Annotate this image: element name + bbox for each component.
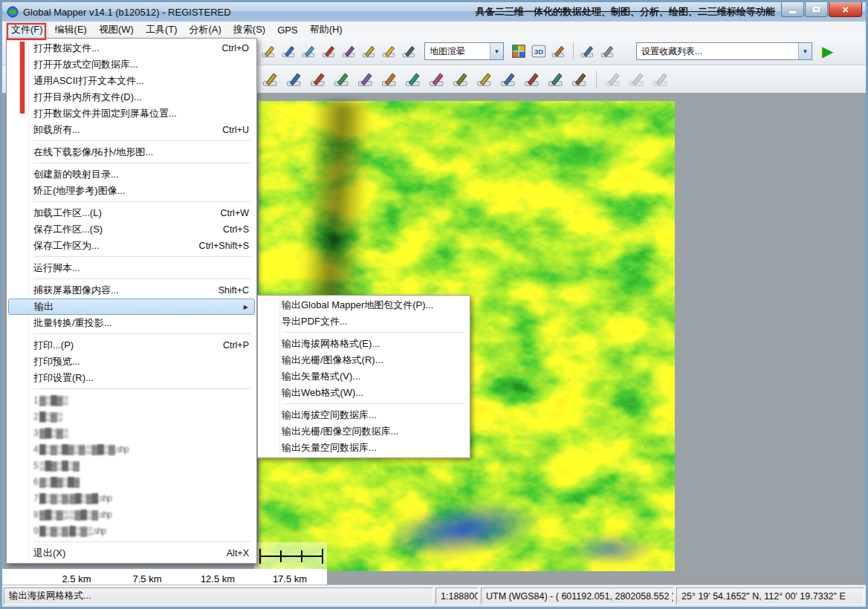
menubar-item-3[interactable]: 视图(W)	[93, 22, 140, 38]
menubar-item-5[interactable]: 分析(A)	[184, 22, 227, 38]
file-menu-item-31[interactable]: 5 ▒█▓▒█▒▓	[8, 457, 255, 474]
file-menu-item-23[interactable]: 打印...(P)Ctrl+P	[8, 337, 255, 354]
apply-favorites-play-button[interactable]: ▶	[822, 44, 833, 59]
menu-item-label: 6 ▓▒█▓▒█▓	[33, 477, 79, 487]
edit-tool-icon-12[interactable]	[521, 68, 543, 91]
close-button[interactable]: ×	[829, 2, 862, 17]
favorites-list-combobox[interactable]: 设置收藏列表...▼	[636, 42, 812, 60]
edit-tool-icon-13[interactable]	[545, 68, 567, 91]
feature-info-icon[interactable]	[279, 42, 299, 61]
menu-item-label: 打印预览...	[33, 355, 80, 368]
crosshair-tool-icon[interactable]	[320, 42, 339, 61]
file-menu-item-32[interactable]: 6 ▓▒█▓▒█▓	[8, 474, 255, 490]
edit-tool-icon-4[interactable]	[331, 68, 353, 91]
chevron-down-icon[interactable]: ▼	[798, 43, 812, 59]
file-menu-item-19[interactable]: 捕获屏幕图像内容...Shift+C	[8, 282, 255, 299]
file-menu-item-4[interactable]: 打开目录内所有文件(D)...	[8, 89, 255, 105]
status-hint: 输出海拔网格格式...	[4, 587, 433, 605]
file-menu-item-5[interactable]: 打开数据文件并固定到屏幕位置...	[8, 105, 255, 122]
path-profile-icon[interactable]	[578, 42, 597, 61]
pan-tool-icon[interactable]	[340, 42, 359, 61]
file-menu-item-6[interactable]: 卸载所有...Ctrl+U	[8, 122, 255, 138]
edit-tool-icon-14[interactable]	[569, 68, 591, 91]
export-submenu-item-1[interactable]: 输出Global Mapper地图包文件(P)...	[259, 297, 468, 313]
export-submenu-item-11[interactable]: 输出矢量空间数据库...	[259, 440, 468, 456]
export-submenu-item-2[interactable]: 导出PDF文件...	[259, 313, 468, 330]
status-lat-lon: 25° 19' 54.1652" N, 112° 00' 19.7332" E	[676, 587, 864, 605]
minimize-icon	[789, 11, 796, 13]
color-fill-icon[interactable]	[380, 42, 399, 61]
export-submenu-item-5[interactable]: 输出光栅/图像格式(R)...	[259, 352, 468, 368]
file-menu-item-1[interactable]: 打开数据文件...Ctrl+O	[8, 40, 255, 56]
export-submenu-item-10[interactable]: 输出光栅/图像空间数据库...	[259, 423, 468, 440]
menu-item-label: 打印设置(R)...	[33, 371, 94, 385]
menubar-item-1[interactable]: 文件(F)	[5, 22, 49, 38]
mesh-icon[interactable]	[549, 42, 569, 61]
file-menu-item-3[interactable]: 通用ASCII打开文本文件...	[8, 73, 255, 89]
edit-tool-icon-8[interactable]	[426, 68, 448, 91]
file-menu-item-28[interactable]: 2 █▒▓▒	[8, 408, 255, 425]
edit-tool-icon-7[interactable]	[402, 68, 424, 91]
zoom-tool-icon[interactable]	[299, 42, 319, 61]
file-menu-item-24[interactable]: 打印预览...	[8, 354, 255, 370]
chevron-down-icon[interactable]: ▼	[490, 43, 503, 59]
menu-item-label: 保存工作区...(S)	[33, 223, 103, 236]
digitizer-tool-icon[interactable]	[360, 42, 379, 61]
file-menu-item-33[interactable]: 7 █▒▓▒▓,▓█▒▓█.shp	[8, 490, 255, 507]
edit-tool-icon-10[interactable]	[473, 68, 496, 91]
export-submenu-trigger[interactable]: 输出▶	[8, 299, 255, 315]
map-render-combobox[interactable]: 地图渲晕▼	[424, 42, 504, 60]
menu-separator	[33, 388, 250, 389]
export-elevation-grid-format-item[interactable]: 输出海拔网格格式(E)...	[259, 336, 468, 352]
menu-item-label: 7 █▒▓▒▓,▓█▒▓█.shp	[33, 493, 111, 504]
menubar-item-7[interactable]: GPS	[271, 22, 303, 38]
file-menu-item-2[interactable]: 打开开放式空间数据库...	[8, 56, 255, 73]
edit-tool-icon-1[interactable]	[259, 68, 282, 91]
scale-bar-labels: 2.5 km7.5 km12.5 km17.5 km	[2, 569, 327, 584]
watermark-text: 具备二三维一体化的数据处理、制图、分析、绘图、二三维标绘等功能	[476, 5, 775, 19]
export-submenu-item-9[interactable]: 输出海拔空间数据库...	[259, 407, 468, 423]
measure-tool-icon[interactable]	[259, 42, 279, 61]
menu-item-shortcut: Ctrl+U	[209, 125, 249, 135]
edit-tool-icon-6[interactable]	[378, 68, 401, 91]
menu-separator	[33, 541, 250, 542]
edit-tool-icon-16[interactable]	[626, 68, 648, 91]
edit-tool-icon-11[interactable]	[497, 68, 519, 91]
file-menu-item-14[interactable]: 保存工作区...(S)Ctrl+S	[8, 221, 255, 238]
file-menu-item-10[interactable]: 创建新的映射目录...	[8, 166, 255, 183]
export-submenu-item-7[interactable]: 输出Web格式(W)...	[259, 385, 468, 401]
file-menu-item-34[interactable]: 8 ▓█▒▓▒.▒▓█▒▓.shp	[8, 507, 255, 523]
menu-separator	[285, 332, 464, 333]
menu-item-shortcut: Ctrl+S	[210, 224, 249, 235]
edit-tool-icon-5[interactable]	[354, 68, 377, 91]
edit-tool-icon-17[interactable]	[650, 68, 672, 91]
menubar-item-8[interactable]: 帮助(H)	[304, 22, 349, 38]
menubar-item-2[interactable]: 编辑(E)	[49, 22, 93, 38]
shader-options-icon[interactable]	[509, 42, 528, 61]
file-menu-item-17[interactable]: 运行脚本...	[8, 260, 255, 276]
edit-tool-icon-9[interactable]	[450, 68, 472, 91]
file-menu-item-13[interactable]: 加载工作区...(L)Ctrl+W	[8, 205, 255, 221]
maximize-button[interactable]	[805, 2, 828, 17]
file-menu-item-25[interactable]: 打印设置(R)...	[8, 370, 255, 386]
fly-through-icon[interactable]	[598, 42, 618, 61]
edit-tool-icon-3[interactable]	[307, 68, 329, 91]
edit-tool-icon-15[interactable]	[602, 68, 624, 91]
svg-text:3D: 3D	[534, 48, 543, 56]
file-menu-item-8[interactable]: 在线下载影像/拓扑/地形图...	[8, 144, 255, 160]
export-submenu-item-6[interactable]: 输出矢量格式(V)...	[259, 368, 468, 385]
file-menu-item-29[interactable]: 3 ▓█▒▓▒	[8, 425, 255, 441]
3d-view-icon[interactable]: 3D	[529, 42, 548, 61]
file-menu-item-35[interactable]: 9 █▒▓▒▓.█▒▓▒.shp	[8, 523, 255, 539]
file-menu-item-30[interactable]: 4 █▒▓▒█▓▒▓.▒▓█▒▓.shp	[8, 441, 255, 457]
menubar-item-6[interactable]: 搜索(S)	[227, 22, 271, 38]
file-menu-item-27[interactable]: 1 ▓▒█▓▒	[8, 392, 255, 408]
file-menu-item-21[interactable]: 批量转换/重投影...	[8, 315, 255, 331]
minimize-button[interactable]	[781, 2, 804, 17]
file-menu-item-37[interactable]: 退出(X)Alt+X	[8, 545, 255, 561]
menubar-item-4[interactable]: 工具(T)	[140, 22, 184, 38]
undo-icon[interactable]	[400, 42, 419, 61]
file-menu-item-15[interactable]: 保存工作区为...Ctrl+Shift+S	[8, 238, 255, 254]
file-menu-item-11[interactable]: 矫正(地理参考)图像...	[8, 183, 255, 199]
edit-tool-icon-2[interactable]	[283, 68, 305, 91]
